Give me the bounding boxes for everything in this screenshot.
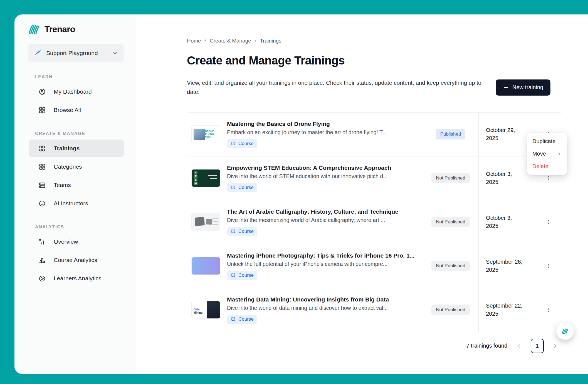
workspace-icon: [34, 49, 42, 57]
next-page-button[interactable]: [550, 340, 561, 351]
section-label-learn: LEARN: [35, 74, 124, 79]
training-thumbnail: [191, 257, 220, 275]
thumbnail-art: [195, 217, 205, 226]
status-cell: Not Published: [423, 288, 478, 332]
menu-item-label: Delete: [532, 163, 549, 169]
book-icon: [231, 141, 236, 146]
status-cell: Not Published: [423, 200, 478, 244]
trenaro-logo-icon: [28, 24, 41, 35]
course-type-badge: Course: [227, 271, 257, 280]
row-actions-button[interactable]: [542, 260, 555, 272]
thumbnail-cell: Data Mining: [187, 288, 227, 332]
app-logo[interactable]: Trenaro: [14, 24, 136, 35]
table-row[interactable]: Data Mining Mastering Data Mining: Uncov…: [187, 288, 561, 332]
menu-item-move[interactable]: Move: [527, 148, 567, 160]
course-type-label: Course: [238, 141, 254, 146]
table-row[interactable]: The Art of Arabic Calligraphy: History, …: [187, 200, 561, 244]
section-label-create-manage: CREATE & MANAGE: [35, 131, 124, 136]
training-date: October 3, 2025: [478, 200, 536, 244]
thumbnail-line: [212, 218, 218, 219]
ai-instructor-icon: [38, 200, 46, 207]
training-date: September 22, 2025: [478, 288, 536, 332]
account-icon: [38, 88, 46, 96]
sidebar-item-my-dashboard[interactable]: My Dashboard: [29, 83, 124, 101]
new-training-label: New training: [512, 84, 543, 91]
page-description: View, edit, and organize all your traini…: [187, 78, 482, 97]
thumbnail-text: Data: [194, 308, 200, 311]
kebab-icon: [546, 263, 552, 269]
course-type-badge: Course: [227, 183, 257, 192]
thumbnail-cell: [187, 244, 227, 288]
kebab-icon: [546, 307, 552, 313]
chevron-right-icon: [557, 151, 562, 156]
sidebar-item-browse-all[interactable]: Browse All: [29, 101, 124, 119]
row-actions-button[interactable]: [542, 303, 555, 316]
training-info-cell: Mastering the Basics of Drone Flying Emb…: [227, 113, 423, 156]
training-thumbnail: [191, 213, 220, 231]
results-count: 7 trainings found: [466, 343, 507, 349]
menu-item-delete[interactable]: Delete: [527, 160, 567, 173]
chevron-down-icon: [112, 50, 118, 56]
current-page-button[interactable]: 1: [531, 339, 544, 353]
app-name: Trenaro: [45, 24, 75, 34]
status-cell: Not Published: [423, 156, 478, 200]
row-actions-button[interactable]: [542, 216, 555, 228]
trainings-icon: [38, 145, 46, 152]
status-cell: Not Published: [423, 244, 478, 288]
sidebar-item-teams[interactable]: Teams: [29, 176, 124, 194]
training-description: Embark on an exciting journey to master …: [227, 129, 414, 136]
status-badge: Published: [436, 129, 466, 139]
menu-item-duplicate[interactable]: Duplicate: [527, 135, 567, 148]
sidebar-item-label: My Dashboard: [54, 88, 92, 95]
breadcrumb-separator: /: [255, 38, 256, 44]
status-badge: Not Published: [431, 261, 470, 271]
sidebar-item-ai-instructors[interactable]: AI Instructors: [29, 195, 124, 212]
workspace-selector[interactable]: Support Playground: [28, 44, 124, 62]
table-row[interactable]: S T E M Empowering STEM Education: A Com…: [187, 156, 561, 200]
thumbnail-art: [206, 219, 212, 225]
actions-cell: [536, 244, 561, 288]
status-badge: Not Published: [431, 217, 470, 227]
table-row[interactable]: DRONE FLYING TIPS Mastering the Basics o…: [187, 113, 561, 156]
categories-icon: [38, 163, 46, 171]
sidebar-item-course-analytics[interactable]: Course Analytics: [29, 251, 124, 269]
thumbnail-cell: S T E M: [187, 156, 227, 200]
grid-icon: [38, 106, 46, 114]
training-title: Mastering iPhone Photography: Tips & Tri…: [227, 252, 414, 259]
training-thumbnail: Data Mining: [191, 301, 220, 319]
section-label-analytics: ANALYTICS: [35, 225, 124, 230]
thumbnail-line: [210, 178, 217, 179]
sidebar-item-overview[interactable]: Overview: [29, 233, 124, 251]
course-type-label: Course: [238, 273, 254, 278]
course-type-label: Course: [238, 316, 254, 322]
training-info-cell: Empowering STEM Education: A Comprehensi…: [227, 156, 423, 200]
prev-page-button[interactable]: [513, 340, 525, 351]
trainings-table: DRONE FLYING TIPS Mastering the Basics o…: [187, 112, 561, 332]
training-date: September 26, 2025: [478, 244, 536, 288]
book-icon: [231, 229, 236, 234]
actions-cell: [536, 200, 561, 244]
sidebar-item-label: Course Analytics: [54, 257, 97, 263]
sidebar-item-learners-analytics[interactable]: Learners Analytics: [29, 270, 124, 287]
thumbnail-letter: E: [194, 178, 197, 181]
thumbnail-line: [208, 175, 217, 176]
pagination-bar: 7 trainings found 1: [187, 339, 561, 353]
chevron-left-icon: [516, 343, 522, 349]
floating-logo-button[interactable]: [556, 322, 574, 340]
sidebar-item-label: Trainings: [54, 145, 80, 152]
workspace-label: Support Playground: [46, 50, 108, 56]
breadcrumb-create-manage[interactable]: Create & Manage: [210, 38, 251, 44]
thumbnail-letters: S T E M: [194, 171, 197, 185]
thumbnail-line: [213, 221, 218, 222]
book-icon: [231, 316, 236, 322]
app-window: Trenaro Support Playground LEARN: [14, 14, 588, 374]
course-type-label: Course: [238, 185, 254, 190]
table-row[interactable]: Mastering iPhone Photography: Tips & Tri…: [187, 244, 561, 288]
sidebar-item-label: Categories: [54, 163, 82, 170]
course-type-badge: Course: [227, 315, 257, 324]
sidebar-item-categories[interactable]: Categories: [29, 158, 124, 176]
thumbnail-letter: T: [194, 174, 197, 178]
breadcrumb-home[interactable]: Home: [187, 38, 201, 44]
new-training-button[interactable]: New training: [496, 79, 550, 96]
sidebar-item-trainings[interactable]: Trainings: [29, 139, 124, 157]
